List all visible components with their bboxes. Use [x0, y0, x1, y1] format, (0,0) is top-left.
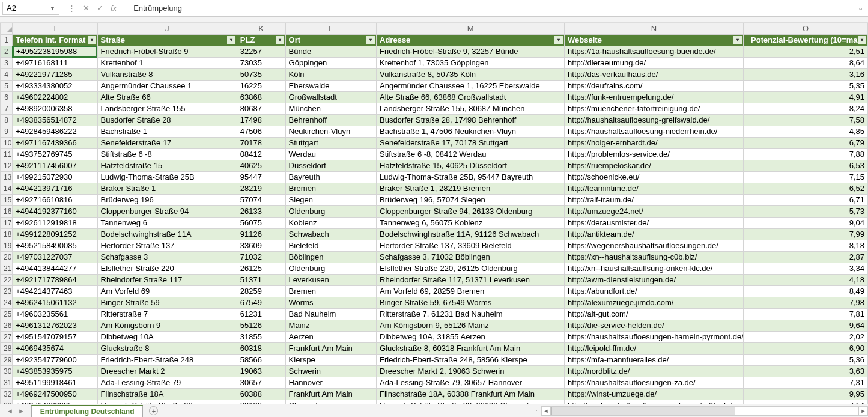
row-head[interactable]: 32: [1, 389, 13, 400]
col-head-I[interactable]: I: [13, 23, 97, 35]
cell[interactable]: +4926112919818: [13, 218, 97, 229]
cell[interactable]: Kierspe: [285, 355, 376, 366]
cell[interactable]: Dibbetweg 10A, 31855 Aerzen: [377, 332, 565, 343]
cell[interactable]: https://1a-haushaltsaufloesung-buende.de…: [565, 46, 744, 58]
cell[interactable]: Bodelschwinghstraße 11A, 91126 Schwabach: [377, 229, 565, 240]
cell[interactable]: http://teamintime.de/: [565, 183, 744, 195]
accept-icon[interactable]: ✓: [97, 4, 103, 13]
cell[interactable]: Frankfurt Am Main: [285, 343, 376, 355]
cell[interactable]: Elsflether Straße 220, 26125 Oldenburg: [377, 263, 565, 275]
header-cell[interactable]: PLZ▾: [237, 35, 285, 46]
cell[interactable]: 51371: [237, 275, 285, 286]
cell[interactable]: http://schoenicke.eu/: [565, 172, 744, 183]
cell[interactable]: +494214377463: [13, 286, 97, 297]
cancel-icon[interactable]: ✕: [83, 4, 90, 13]
cell[interactable]: https://abundfort.de/: [565, 286, 744, 297]
cell[interactable]: Mainz: [285, 320, 376, 332]
cell[interactable]: Senefelderstraße 17: [97, 138, 237, 149]
cell[interactable]: Am Vorfeld 69, 28259 Bremen: [377, 286, 565, 297]
cell[interactable]: https://xn--haushaltsauflsung-c0b.biz/: [565, 252, 744, 263]
cell[interactable]: 4,85: [743, 126, 867, 138]
row-head[interactable]: 18: [1, 229, 13, 240]
cell[interactable]: Alte Straße 66: [97, 92, 237, 103]
cell[interactable]: 6,71: [743, 195, 867, 206]
cell[interactable]: +493752769745: [13, 149, 97, 160]
cell[interactable]: Böblingen: [285, 252, 376, 263]
cell[interactable]: 7,98: [743, 297, 867, 309]
cell[interactable]: 73035: [237, 58, 285, 69]
cell[interactable]: Brüderweg 196, 57074 Siegen: [377, 195, 565, 206]
cell[interactable]: +4923547779600: [13, 355, 97, 366]
cell[interactable]: Schwabach: [285, 229, 376, 240]
cell[interactable]: 28219: [237, 183, 285, 195]
cell[interactable]: 6,90: [743, 343, 867, 355]
cell[interactable]: 8,18: [743, 240, 867, 252]
cell[interactable]: 8,49: [743, 286, 867, 297]
cell[interactable]: 26133: [237, 206, 285, 218]
filter-dropdown-icon[interactable]: ▾: [733, 36, 742, 44]
row-head[interactable]: 16: [1, 206, 13, 218]
cell[interactable]: Eberswalde: [285, 81, 376, 92]
filter-dropdown-icon[interactable]: ▾: [858, 36, 866, 44]
cell[interactable]: Busdorfer Straße 28: [97, 115, 237, 126]
cell[interactable]: 40625: [237, 160, 285, 172]
cell[interactable]: Bodelschwinghstraße 11A: [97, 229, 237, 240]
row-head[interactable]: 21: [1, 263, 13, 275]
header-cell[interactable]: Webseite▾: [565, 35, 744, 46]
cell[interactable]: 71032: [237, 252, 285, 263]
cell[interactable]: +4928459486222: [13, 126, 97, 138]
cell[interactable]: http://nordblitz.de/: [565, 366, 744, 377]
cell[interactable]: Krettenhof 1: [97, 58, 237, 69]
cell[interactable]: +49602224802: [13, 92, 97, 103]
cell[interactable]: Frankfurt Am Main: [285, 389, 376, 400]
cell[interactable]: 58566: [237, 355, 285, 366]
cell[interactable]: Bremen: [285, 183, 376, 195]
cell[interactable]: 60318: [237, 343, 285, 355]
header-cell[interactable]: Straße▾: [97, 35, 237, 46]
add-sheet-button[interactable]: +: [149, 406, 158, 415]
row-head[interactable]: 14: [1, 183, 13, 195]
cell[interactable]: +4951199918461: [13, 377, 97, 389]
row-head[interactable]: 11: [1, 149, 13, 160]
cell[interactable]: Bielefeld: [285, 240, 376, 252]
cell[interactable]: Ritterstraße 7, 61231 Bad Nauheim: [377, 309, 565, 320]
cell[interactable]: Behrenhoff: [285, 115, 376, 126]
cell[interactable]: 56075: [237, 218, 285, 229]
cell[interactable]: Köln: [285, 69, 376, 81]
cell[interactable]: Gluckstraße 8: [97, 343, 237, 355]
cell[interactable]: https://wegenershaushaltsaufloesungen.de…: [565, 240, 744, 252]
cell[interactable]: Koblenz: [285, 218, 376, 229]
row-head[interactable]: 10: [1, 138, 13, 149]
row-head[interactable]: 1: [1, 35, 13, 46]
cell[interactable]: +493853935975: [13, 366, 97, 377]
cell[interactable]: +49716168111: [13, 58, 97, 69]
expand-formula-bar-icon[interactable]: ⌄: [855, 4, 866, 12]
horizontal-scrollbar[interactable]: ⋮ ◄ ►: [532, 404, 868, 417]
cell[interactable]: 9,04: [743, 218, 867, 229]
cell[interactable]: Aerzen: [285, 332, 376, 343]
scroll-track[interactable]: [551, 406, 858, 416]
scroll-right-icon[interactable]: ►: [858, 406, 868, 416]
cell[interactable]: Am Vorfeld 69: [97, 286, 237, 297]
row-head[interactable]: 7: [1, 103, 13, 115]
cell[interactable]: Bayreuth: [285, 172, 376, 183]
cell[interactable]: +4951547079157: [13, 332, 97, 343]
cell[interactable]: 19063: [237, 366, 285, 377]
cell[interactable]: Brüderweg 196: [97, 195, 237, 206]
cell[interactable]: 2,51: [743, 46, 867, 58]
cell[interactable]: +4971167439366: [13, 138, 97, 149]
cell[interactable]: 57074: [237, 195, 285, 206]
cell[interactable]: 6,52: [743, 183, 867, 195]
cell[interactable]: Tannenweg 6, 56075 Koblenz: [377, 218, 565, 229]
cell[interactable]: http://die-service-helden.de/: [565, 320, 744, 332]
cell[interactable]: Binger Straße 59, 67549 Worms: [377, 297, 565, 309]
cell[interactable]: 8,24: [743, 103, 867, 115]
cell[interactable]: +4962415061132: [13, 297, 97, 309]
cell[interactable]: Friedrich-Ebert-Straße 248, 58566 Kiersp…: [377, 355, 565, 366]
cell[interactable]: 60388: [237, 389, 285, 400]
cell[interactable]: 9,64: [743, 320, 867, 332]
row-head[interactable]: 15: [1, 195, 13, 206]
cell[interactable]: +4952238195988: [13, 46, 97, 58]
cell[interactable]: Ludwig-Thoma-Straße 25B, 95447 Bayreuth: [377, 172, 565, 183]
cell[interactable]: 50735: [237, 69, 285, 81]
